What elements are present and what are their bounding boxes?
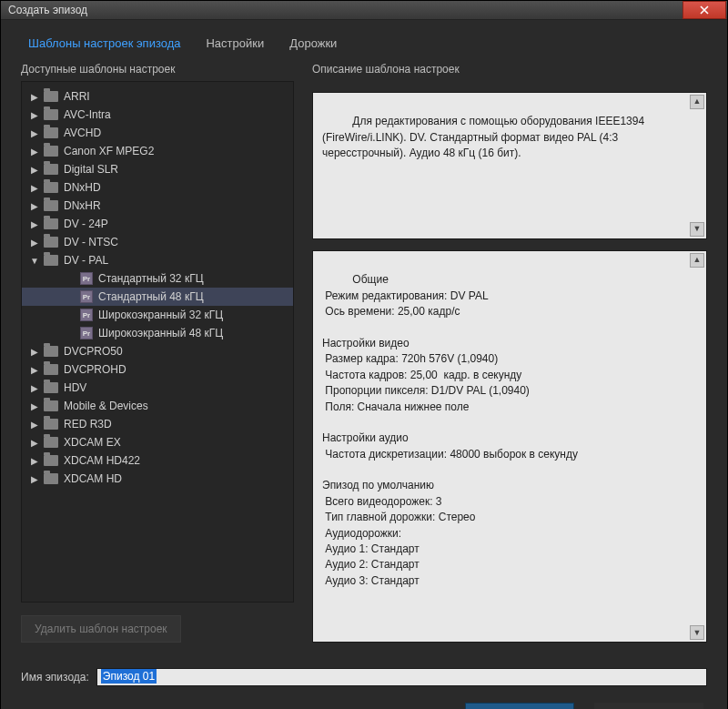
tab-tracks[interactable]: Дорожки	[289, 36, 337, 50]
sequence-name-input[interactable]: Эпизод 01	[96, 668, 707, 686]
tree-folder[interactable]: ▶XDCAM EX	[22, 433, 293, 451]
tree-folder-label: Digital SLR	[64, 163, 118, 176]
tree-folder[interactable]: ▶AVC-Intra	[22, 106, 293, 124]
tree-preset-item[interactable]: PrШирокоэкранный 48 кГЦ	[22, 324, 293, 342]
tree-preset-item[interactable]: PrСтандартный 32 кГЦ	[22, 269, 293, 288]
tree-folder-label: DV - PAL	[64, 254, 108, 267]
tree-folder-label: Canon XF MPEG2	[64, 145, 154, 157]
tree-folder[interactable]: ▶DV - NTSC	[22, 233, 293, 251]
chevron-right-icon[interactable]: ▶	[29, 147, 40, 157]
tree-folder-label: XDCAM HD	[64, 472, 122, 485]
tree-preset-item[interactable]: PrСтандартный 48 кГЦ	[22, 288, 293, 306]
chevron-right-icon[interactable]: ▶	[29, 238, 40, 248]
chevron-right-icon[interactable]: ▶	[29, 347, 40, 357]
chevron-right-icon[interactable]: ▶	[29, 420, 40, 430]
tree-folder-label: XDCAM HD422	[64, 454, 140, 467]
chevron-right-icon[interactable]: ▶	[29, 92, 40, 102]
right-pane: Описание шаблона настроек Для редактиров…	[312, 63, 707, 643]
tree-folder-label: DV - 24P	[64, 218, 108, 230]
scroll-up-icon[interactable]: ▲	[690, 253, 704, 268]
tree-folder-label: AVC-Intra	[64, 108, 111, 121]
folder-icon	[44, 455, 58, 466]
window-title: Создать эпизод	[8, 4, 682, 16]
delete-preset-button[interactable]: Удалить шаблон настроек	[21, 615, 181, 643]
tab-settings[interactable]: Настройки	[206, 36, 264, 50]
chevron-right-icon[interactable]: ▶	[29, 365, 40, 375]
close-button[interactable]	[682, 1, 726, 19]
tree-folder[interactable]: ▶Canon XF MPEG2	[22, 142, 293, 160]
titlebar[interactable]: Создать эпизод	[1, 1, 727, 20]
folder-icon	[44, 346, 58, 357]
tree-folder[interactable]: ▶RED R3D	[22, 415, 293, 433]
chevron-right-icon[interactable]: ▶	[29, 110, 40, 120]
tree-folder[interactable]: ▶DNxHR	[22, 197, 293, 215]
tree-folder[interactable]: ▶DNxHD	[22, 178, 293, 197]
folder-icon	[44, 419, 58, 430]
tree-folder[interactable]: ▶DV - 24P	[22, 215, 293, 233]
tree-folder-label: HDV	[64, 381, 86, 394]
tree-folder[interactable]: ▶XDCAM HD	[22, 470, 293, 488]
chevron-right-icon[interactable]: ▶	[29, 183, 40, 193]
folder-icon	[44, 218, 58, 229]
cancel-button[interactable]: Отмена	[594, 703, 703, 709]
tree-folder-label: AVCHD	[64, 127, 101, 139]
chevron-right-icon[interactable]: ▶	[29, 219, 40, 229]
preset-tree[interactable]: ▶ARRI▶AVC-Intra▶AVCHD▶Canon XF MPEG2▶Dig…	[21, 81, 294, 603]
sequence-name-value: Эпизод 01	[101, 669, 157, 684]
folder-icon	[44, 473, 58, 484]
tree-folder[interactable]: ▶DVCPRO50	[22, 342, 293, 360]
close-icon	[700, 5, 709, 15]
folder-icon	[44, 237, 58, 248]
tree-folder[interactable]: ▶Mobile & Devices	[22, 397, 293, 415]
tree-folder-label: DNxHD	[64, 181, 101, 194]
chevron-right-icon[interactable]: ▶	[29, 128, 40, 138]
scroll-down-icon[interactable]: ▼	[690, 222, 704, 237]
preset-description-box: Для редактирования с помощью оборудовани…	[312, 92, 707, 239]
tree-folder[interactable]: ▶Digital SLR	[22, 160, 293, 178]
chevron-right-icon[interactable]: ▶	[29, 401, 40, 411]
folder-icon	[44, 255, 58, 266]
tree-folder-label: RED R3D	[64, 418, 112, 430]
create-sequence-dialog: Создать эпизод Шаблоны настроек эпизода …	[0, 0, 728, 709]
folder-icon	[44, 364, 58, 375]
chevron-right-icon[interactable]: ▶	[29, 201, 40, 211]
preset-details-text: Общие Режим редактирования: DV PAL Ось в…	[322, 273, 578, 586]
tree-folder[interactable]: ▼DV - PAL	[22, 251, 293, 269]
tree-folder[interactable]: ▶DVCPROHD	[22, 360, 293, 379]
preset-icon: Pr	[80, 327, 93, 339]
scroll-down-icon[interactable]: ▼	[690, 625, 704, 640]
tree-folder[interactable]: ▶AVCHD	[22, 124, 293, 142]
tree-preset-label: Широкоэкранный 48 кГЦ	[98, 327, 223, 339]
tree-folder-label: DNxHR	[64, 199, 101, 212]
preset-details-box: Общие Режим редактирования: DV PAL Ось в…	[312, 250, 707, 643]
chevron-right-icon[interactable]: ▶	[29, 456, 40, 466]
tree-folder[interactable]: ▶ARRI	[22, 87, 293, 106]
folder-icon	[44, 146, 58, 157]
folder-icon	[44, 200, 58, 211]
tree-preset-label: Широкоэкранный 32 кГЦ	[98, 309, 223, 321]
scroll-up-icon[interactable]: ▲	[690, 95, 704, 109]
tree-folder-label: DVCPROHD	[64, 363, 126, 376]
chevron-right-icon[interactable]: ▶	[29, 165, 40, 175]
tree-preset-item[interactable]: PrШирокоэкранный 32 кГЦ	[22, 306, 293, 324]
dialog-buttons: OK Отмена	[21, 703, 707, 709]
sequence-name-label: Имя эпизода:	[21, 671, 89, 684]
tab-bar: Шаблоны настроек эпизода Настройки Дорож…	[21, 36, 707, 50]
chevron-down-icon[interactable]: ▼	[29, 256, 40, 266]
tree-folder-label: DV - NTSC	[64, 236, 118, 248]
tree-folder[interactable]: ▶HDV	[22, 379, 293, 397]
preset-icon: Pr	[80, 290, 93, 303]
sequence-name-row: Имя эпизода: Эпизод 01	[21, 668, 707, 686]
tree-folder-label: ARRI	[64, 90, 90, 103]
folder-icon	[44, 109, 58, 120]
chevron-right-icon[interactable]: ▶	[29, 438, 40, 448]
ok-button[interactable]: OK	[465, 703, 574, 709]
chevron-right-icon[interactable]: ▶	[29, 383, 40, 393]
tree-folder-label: Mobile & Devices	[64, 400, 148, 412]
tab-presets[interactable]: Шаблоны настроек эпизода	[28, 36, 180, 50]
folder-icon	[44, 400, 58, 411]
tree-folder[interactable]: ▶XDCAM HD422	[22, 451, 293, 470]
chevron-right-icon[interactable]: ▶	[29, 474, 40, 484]
folder-icon	[44, 91, 58, 102]
folder-icon	[44, 127, 58, 138]
